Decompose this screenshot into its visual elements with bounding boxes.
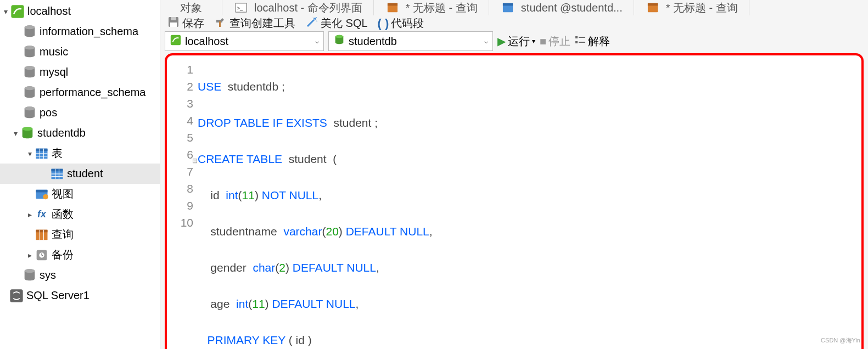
tree-db-item[interactable]: mysql [0,62,160,82]
line-number: 6 [167,146,193,163]
sql-keyword: char [253,261,275,274]
sql-keyword: TABLE [234,116,270,129]
database-select[interactable]: studentdb⌵ [328,31,493,51]
sql-keyword: IF [273,116,283,129]
watermark: CSDN @海Yin [821,336,860,345]
selector-bar: localhost⌵ studentdb⌵ ▶运行▾ ■停止 解释 [160,31,868,51]
code-content[interactable]: USE studentdb ; DROP TABLE IF EXISTS stu… [198,55,433,349]
main-area: 对象 >_localhost - 命令列界面 * 无标题 - 查询 studen… [160,0,868,349]
tree-queries[interactable]: 查询 [0,224,160,245]
tree-tables-folder[interactable]: ▾表 [0,143,160,164]
database-icon [22,268,37,283]
snippet-button[interactable]: ( )代码段 [378,16,424,31]
fold-icon[interactable]: ⊟ [192,153,198,170]
sql-keyword: varchar [283,225,322,238]
sql-keyword: USE [198,80,221,93]
tree-db-item[interactable]: pos [0,103,160,123]
tab-student[interactable]: student @studentd... [489,0,634,15]
button-label: 保存 [182,16,204,31]
sql-text: student ; [327,116,378,129]
tree-label: music [40,46,68,58]
tree-label: localhost [27,5,71,18]
sql-text: studentname [198,225,283,238]
sql-keyword: NULL [346,261,376,274]
query-builder-button[interactable]: 查询创建工具 [214,15,295,31]
explain-button[interactable]: 解释 [575,34,610,49]
connection-tree: ▾ localhost information_schema music mys… [0,0,160,349]
tree-backups[interactable]: ▸备份 [0,245,160,265]
line-number: 4 [167,112,193,129]
svg-rect-20 [52,168,63,171]
sql-number: 20 [326,225,338,238]
svg-rect-40 [388,3,397,6]
sql-editor[interactable]: 1 2 3 4 5 6 7 8 9 10 USE studentdb ; DRO… [167,55,861,349]
sql-keyword: CREATE [198,153,244,165]
sql-text: , [318,189,322,201]
tree-db-item[interactable]: sys [0,265,160,285]
sqlserver-icon [9,288,24,303]
tab-bar: 对象 >_localhost - 命令列界面 * 无标题 - 查询 studen… [160,0,868,15]
save-button[interactable]: 保存 [167,15,204,31]
tree-db-item[interactable]: performance_schema [0,82,160,103]
sql-text: student ( [282,153,337,165]
tree-label: 查询 [52,227,74,242]
svg-rect-42 [503,3,513,6]
chevron-down-icon: ▾ [25,149,34,158]
table-icon [49,166,65,182]
query-tab-icon [645,0,660,15]
stop-icon: ■ [540,35,546,48]
line-number: 5 [167,129,193,146]
tree-connection-root[interactable]: ▾ localhost [0,1,160,21]
run-button[interactable]: ▶运行▾ [497,34,535,49]
sql-number: 2 [279,261,285,274]
svg-rect-26 [36,189,48,192]
sql-keyword: NULL [400,225,429,238]
tree-db-item[interactable]: music [0,42,160,62]
tab-label: student @studentd... [521,2,623,14]
line-number: 1 [167,61,193,78]
tree-label: SQL Server1 [26,289,89,302]
tree-label: studentdb [37,127,86,139]
line-number: 3 [167,95,193,112]
table-tab-icon [500,0,516,15]
button-label: 解释 [588,34,610,49]
tree-table-student[interactable]: student [0,164,160,184]
tree-functions[interactable]: ▸fx函数 [0,204,160,224]
sql-keyword: NULL [326,297,356,310]
sql-text: ) [255,189,262,201]
sql-keyword: DEFAULT [346,225,397,238]
tree-db-item[interactable]: information_schema [0,21,160,42]
tree-views[interactable]: 视图 [0,184,160,204]
explain-icon [575,35,586,48]
tab-label: localhost - 命令列界面 [254,1,362,15]
tree-label: sys [40,269,56,282]
tree-label: 函数 [52,207,74,222]
navicat-conn-icon [10,4,25,19]
sql-keyword: PRIMARY [208,334,260,346]
sql-keyword: NULL [289,189,319,201]
query-tab-icon [385,0,400,15]
line-number: 2 [167,78,193,95]
sql-keyword: DROP [198,116,231,129]
svg-point-52 [335,35,344,38]
sql-text: studentdb ; [221,80,285,93]
tree-label: 备份 [52,247,74,262]
tab-label: 对象 [180,1,202,15]
tab-label: * 无标题 - 查询 [406,1,478,15]
tab-query1[interactable]: * 无标题 - 查询 [374,0,489,15]
tree-db-open[interactable]: ▾studentdb [0,123,160,143]
tab-query2[interactable]: * 无标题 - 查询 [634,0,749,15]
tab-objects[interactable]: 对象 [160,0,222,15]
sql-number: 11 [242,189,255,201]
tree-label: information_schema [40,25,138,38]
table-icon [34,146,49,161]
connection-select[interactable]: localhost⌵ [165,31,324,51]
beautify-button[interactable]: 美化 SQL [305,15,368,31]
tree-sqlserver[interactable]: SQL Server1 [0,285,160,306]
svg-point-10 [25,106,35,110]
tab-cmdline[interactable]: >_localhost - 命令列界面 [222,0,374,15]
database-icon [22,105,37,121]
navicat-conn-icon [170,34,182,49]
svg-rect-47 [170,22,177,27]
sql-keyword: NOT [262,189,286,201]
